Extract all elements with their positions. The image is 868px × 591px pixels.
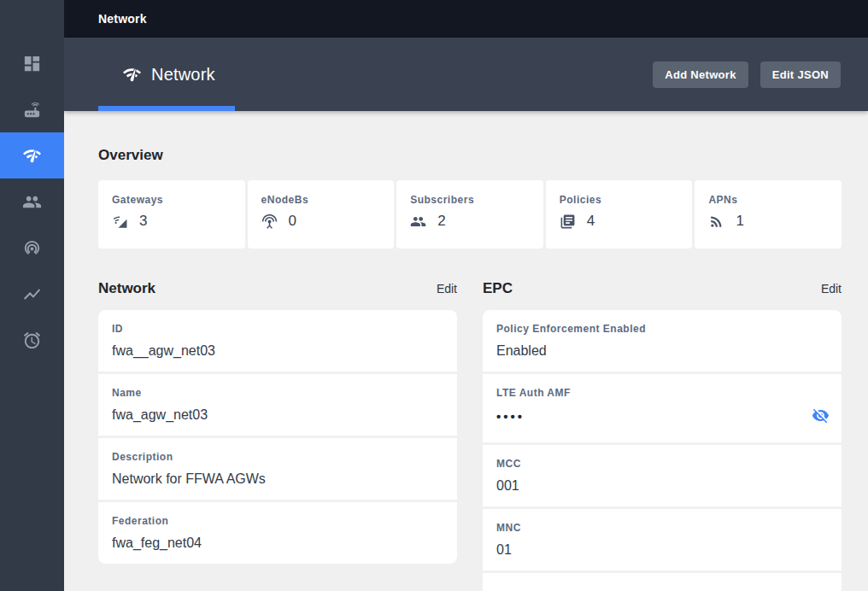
field-label: Name bbox=[112, 387, 443, 399]
show-chart-icon bbox=[22, 284, 42, 304]
topbar: Network bbox=[64, 0, 868, 38]
overview-cards: Gateways 3 eNodeBs 0 Subscribers 2 Polic… bbox=[98, 180, 842, 249]
field-row-name: Name fwa_agw_net03 bbox=[98, 374, 457, 436]
sidebar-item-subscribers[interactable] bbox=[0, 178, 64, 225]
people-icon bbox=[22, 192, 42, 212]
sidebar-item-alerts[interactable] bbox=[0, 317, 64, 363]
field-label: Policy Enforcement Enabled bbox=[496, 323, 828, 335]
field-value: Enabled bbox=[496, 342, 828, 360]
stat-card-apns: APNs 1 bbox=[695, 180, 842, 249]
field-label: Description bbox=[112, 451, 443, 463]
detail-sections: Network Edit ID fwa__agw_net03 Name fwa_… bbox=[98, 279, 842, 591]
stat-value: 2 bbox=[437, 213, 445, 230]
field-value: fwa__agw_net03 bbox=[112, 342, 443, 360]
network-check-icon bbox=[122, 65, 142, 85]
visibility-off-icon bbox=[812, 407, 830, 424]
stat-value: 1 bbox=[736, 213, 743, 230]
stat-label: Subscribers bbox=[410, 194, 530, 206]
overview-title: Overview bbox=[98, 147, 842, 164]
field-row-mnc: MNC 01 bbox=[483, 509, 842, 571]
active-tab-indicator bbox=[98, 106, 235, 111]
sidebar-item-network[interactable] bbox=[0, 132, 64, 178]
stat-value: 0 bbox=[289, 213, 296, 230]
field-label: MNC bbox=[496, 522, 828, 534]
sidebar-item-access-points[interactable] bbox=[0, 225, 64, 271]
sidebar-item-equipment[interactable] bbox=[0, 86, 64, 132]
antenna-icon bbox=[261, 214, 278, 230]
field-row-description: Description Network for FFWA AGWs bbox=[98, 438, 457, 500]
field-label: Federation bbox=[112, 515, 443, 527]
field-value: fwa_agw_net03 bbox=[112, 407, 443, 424]
header-actions: Add Network Edit JSON bbox=[653, 61, 841, 88]
stat-card-policies: Policies 4 bbox=[546, 180, 693, 249]
stat-label: APNs bbox=[708, 194, 828, 206]
library-books-icon bbox=[560, 214, 576, 230]
field-value: 001 bbox=[496, 477, 828, 494]
stat-card-enodebs: eNodeBs 0 bbox=[248, 180, 395, 249]
field-row-mcc: MCC 001 bbox=[483, 445, 842, 506]
router-icon bbox=[22, 100, 42, 120]
page-title-group: Network bbox=[122, 65, 215, 85]
page-header: Network Add Network Edit JSON bbox=[64, 38, 868, 111]
masked-value: •••• bbox=[496, 408, 828, 425]
stat-label: Policies bbox=[560, 194, 679, 206]
epc-section-title: EPC bbox=[483, 280, 513, 297]
wifi-tethering-icon bbox=[22, 238, 42, 258]
field-row-id: ID fwa__agw_net03 bbox=[98, 310, 457, 372]
add-network-button[interactable]: Add Network bbox=[653, 61, 748, 88]
sidebar-item-dashboard[interactable] bbox=[0, 40, 64, 86]
network-section-title: Network bbox=[98, 280, 155, 297]
network-field-card: ID fwa__agw_net03 Name fwa_agw_net03 Des… bbox=[98, 310, 457, 564]
sidebar-item-metrics[interactable] bbox=[0, 271, 64, 317]
field-row-federation: Federation fwa_feg_net04 bbox=[98, 502, 457, 564]
edit-json-button[interactable]: Edit JSON bbox=[760, 61, 841, 88]
sidebar bbox=[0, 0, 64, 591]
field-value: Network for FFWA AGWs bbox=[112, 471, 443, 488]
main-content: Overview Gateways 3 eNodeBs 0 Subscriber… bbox=[64, 111, 868, 591]
epc-edit-link[interactable]: Edit bbox=[821, 279, 842, 298]
network-section: Network Edit ID fwa__agw_net03 Name fwa_… bbox=[98, 279, 457, 591]
toggle-visibility-button[interactable] bbox=[811, 407, 830, 425]
stat-card-gateways: Gateways 3 bbox=[98, 180, 245, 249]
field-row-lte-auth-amf: LTE Auth AMF •••• bbox=[483, 374, 842, 442]
epc-field-card: Policy Enforcement Enabled Enabled LTE A… bbox=[483, 310, 842, 591]
breadcrumb: Network bbox=[98, 12, 147, 26]
field-label: MCC bbox=[496, 458, 828, 470]
epc-section: EPC Edit Policy Enforcement Enabled Enab… bbox=[483, 279, 842, 591]
network-edit-link[interactable]: Edit bbox=[437, 279, 457, 298]
rss-feed-icon bbox=[708, 214, 724, 230]
stat-label: Gateways bbox=[112, 194, 232, 206]
page-title: Network bbox=[151, 65, 215, 85]
people-icon bbox=[410, 214, 426, 230]
field-value: 01 bbox=[496, 541, 828, 559]
dashboard-icon bbox=[22, 54, 42, 73]
stat-card-subscribers: Subscribers 2 bbox=[396, 180, 543, 249]
field-label: LTE Auth AMF bbox=[496, 387, 828, 399]
stat-label: eNodeBs bbox=[261, 194, 381, 206]
cell-wifi-icon bbox=[112, 214, 128, 230]
field-value: fwa_feg_net04 bbox=[112, 535, 443, 552]
stat-value: 4 bbox=[587, 213, 595, 230]
field-row-partial bbox=[483, 573, 842, 591]
alarm-clock-icon bbox=[22, 331, 42, 350]
stat-value: 3 bbox=[139, 213, 147, 230]
field-row-policy-enforcement: Policy Enforcement Enabled Enabled bbox=[483, 310, 842, 372]
network-check-icon bbox=[22, 146, 42, 166]
field-label: ID bbox=[112, 323, 443, 335]
